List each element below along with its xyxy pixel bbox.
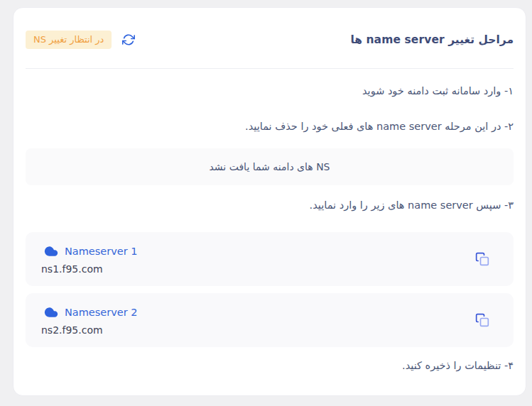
nameserver-card: Nameserver 2 ns2.f95.com [26, 293, 514, 347]
nameserver-label: Nameserver 2 [65, 307, 138, 318]
cloud-icon [44, 305, 58, 319]
copy-button[interactable] [474, 312, 491, 329]
nameserver-title-row: Nameserver 2 [41, 305, 138, 319]
step-3: ۳- سپس name server های زیر را وارد نمایی… [26, 198, 514, 212]
copy-icon [475, 252, 489, 266]
step-4: ۴- تنظیمات را ذخیره کنید. [26, 358, 514, 373]
header-controls: در انتظار تغییر NS [26, 31, 136, 49]
nameserver-card: Nameserver 1 ns1.f95.com [26, 232, 514, 286]
refresh-button[interactable] [121, 33, 136, 47]
step-1: ۱- وارد سامانه ثبت دامنه خود شوید [26, 84, 514, 98]
refresh-icon [122, 33, 135, 46]
status-badge: در انتظار تغییر NS [26, 31, 112, 49]
nameserver-host: ns2.f95.com [41, 324, 138, 336]
header-divider [26, 68, 514, 69]
step-2: ۲- در این مرحله name server های فعلی خود… [26, 119, 514, 133]
ns-change-card: مراحل تغییر name server ها در انتظار تغی… [13, 7, 526, 396]
ns-status-message: NS های دامنه شما یافت نشد [210, 161, 330, 172]
cloud-icon [44, 244, 58, 258]
nameserver-label: Nameserver 1 [65, 246, 138, 257]
ns-status-box: NS های دامنه شما یافت نشد [26, 148, 514, 185]
page-title: مراحل تغییر name server ها [350, 33, 514, 46]
copy-icon [475, 313, 489, 327]
copy-button[interactable] [474, 251, 491, 268]
nameserver-host: ns1.f95.com [41, 263, 138, 275]
card-header: مراحل تغییر name server ها در انتظار تغی… [26, 31, 514, 49]
nameserver-info: Nameserver 2 ns2.f95.com [41, 305, 138, 336]
nameserver-info: Nameserver 1 ns1.f95.com [41, 244, 138, 275]
nameserver-title-row: Nameserver 1 [41, 244, 138, 258]
